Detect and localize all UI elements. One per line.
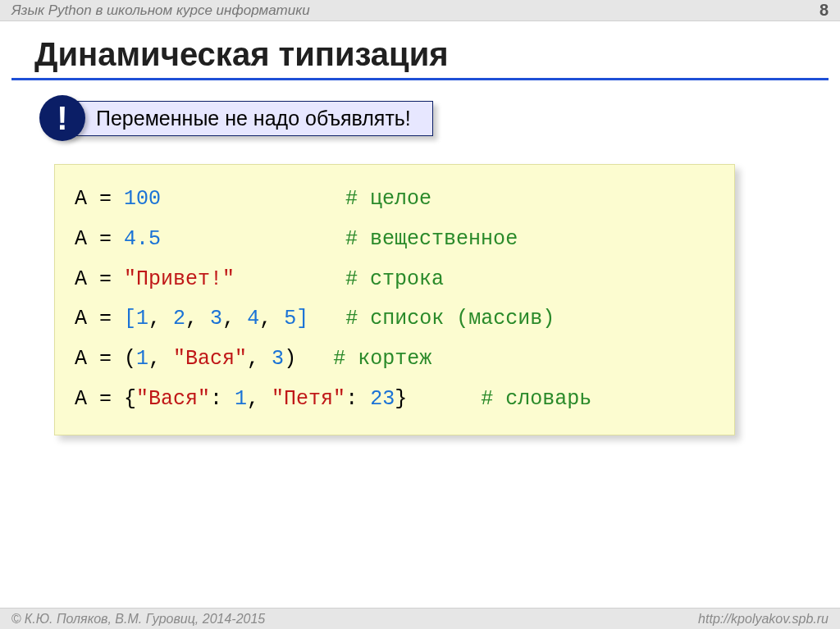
callout-text: Переменные не надо объявлять!	[62, 101, 433, 136]
exclamation-icon: !	[39, 95, 85, 141]
code-line: A = "Привет!" # строка	[75, 260, 714, 300]
code-line: A = (1, "Вася", 3) # кортеж	[75, 340, 714, 380]
slide: Язык Python в школьном курсе информатики…	[0, 0, 840, 629]
title-underline	[11, 78, 829, 80]
copyright-icon: ©	[11, 612, 21, 626]
code-line: A = 4.5 # вещественное	[75, 220, 714, 260]
code-comment: # строка	[345, 267, 444, 291]
code-comment: # список (массив)	[345, 307, 555, 330]
footer-bar: ©К.Ю. Поляков, В.М. Гуровиц, 2014-2015 h…	[0, 608, 840, 629]
slide-title: Динамическая типизация	[34, 36, 840, 73]
footer-url: http://kpolyakov.spb.ru	[698, 612, 829, 627]
callout: ! Переменные не надо объявлять!	[39, 98, 450, 138]
copyright: ©К.Ю. Поляков, В.М. Гуровиц, 2014-2015	[11, 612, 265, 627]
code-comment: # целое	[345, 187, 431, 211]
code-comment: # вещественное	[345, 227, 518, 251]
code-line: A = 100 # целое	[75, 180, 714, 220]
code-line: A = {"Вася": 1, "Петя": 23} # словарь	[75, 380, 714, 420]
course-title: Язык Python в школьном курсе информатики	[11, 2, 310, 19]
page-number: 8	[819, 1, 829, 20]
code-line: A = [1, 2, 3, 4, 5] # список (массив)	[75, 299, 714, 340]
header-bar: Язык Python в школьном курсе информатики…	[0, 0, 840, 21]
code-comment: # словарь	[481, 387, 591, 411]
copyright-text: К.Ю. Поляков, В.М. Гуровиц, 2014-2015	[25, 612, 265, 626]
code-block: A = 100 # целоеA = 4.5 # вещественноеA =…	[54, 164, 735, 435]
code-comment: # кортеж	[333, 347, 431, 371]
